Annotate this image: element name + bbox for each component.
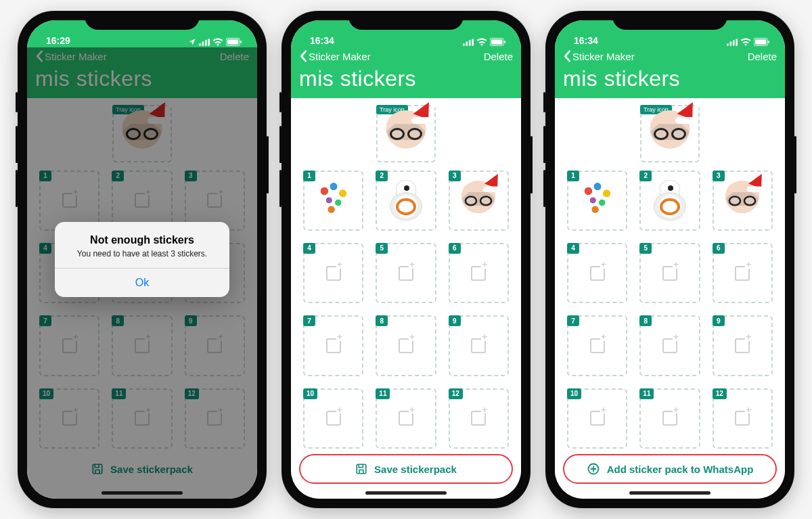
sticker-slot[interactable]: 5 bbox=[639, 243, 700, 303]
content-area: Tray icon 1 2 3 4 5 6 7 8 9 10 11 12 bbox=[555, 98, 785, 449]
sticker-slot[interactable]: 1 bbox=[567, 171, 627, 231]
add-icon bbox=[662, 266, 677, 281]
slot-number: 1 bbox=[303, 171, 315, 181]
status-icons bbox=[727, 38, 770, 46]
slot-number: 7 bbox=[303, 315, 315, 326]
alert-dialog: Not enough stickers You need to have at … bbox=[55, 222, 229, 297]
back-button[interactable]: Sticker Maker bbox=[299, 50, 371, 62]
svg-rect-10 bbox=[469, 39, 471, 45]
status-bar: 16:34 bbox=[291, 20, 521, 47]
status-time: 16:34 bbox=[310, 35, 334, 46]
sticker-slot[interactable]: 9 bbox=[449, 315, 509, 376]
sticker-slot[interactable]: 11 bbox=[376, 388, 436, 449]
slot-number: 11 bbox=[639, 388, 654, 399]
svg-rect-17 bbox=[729, 41, 731, 45]
svg-rect-22 bbox=[768, 41, 769, 43]
slot-number: 5 bbox=[639, 243, 652, 254]
slot-number: 4 bbox=[303, 243, 315, 254]
sticker-slot[interactable]: 7 bbox=[567, 315, 627, 376]
alert-message: You need to have at least 3 stickers. bbox=[66, 249, 219, 258]
add-icon bbox=[735, 411, 750, 426]
sticker-slot[interactable]: 8 bbox=[639, 315, 700, 376]
add-icon bbox=[326, 411, 341, 426]
battery-icon bbox=[754, 38, 770, 46]
sticker-slot[interactable]: 6 bbox=[713, 243, 773, 303]
sticker-slot[interactable]: 10 bbox=[567, 388, 627, 449]
memoji-sticker bbox=[459, 181, 498, 220]
add-icon bbox=[326, 266, 341, 281]
slot-number: 7 bbox=[567, 315, 579, 326]
slot-number: 5 bbox=[376, 243, 388, 254]
sticker-slot[interactable]: 11 bbox=[639, 388, 700, 449]
slot-number: 10 bbox=[567, 388, 581, 399]
status-time: 16:34 bbox=[574, 35, 598, 46]
sticker-slot[interactable]: 6 bbox=[449, 243, 509, 303]
back-button[interactable]: Sticker Maker bbox=[563, 50, 635, 62]
slot-number: 10 bbox=[303, 388, 317, 399]
slot-number: 2 bbox=[376, 171, 388, 181]
home-indicator[interactable] bbox=[629, 491, 710, 495]
svg-rect-13 bbox=[491, 39, 503, 44]
add-icon bbox=[662, 411, 677, 426]
wifi-icon bbox=[476, 38, 487, 46]
sticker-slot[interactable]: 9 bbox=[713, 315, 773, 376]
phone-frame: 16:34 Sticker Maker Delete mis stickers … bbox=[281, 11, 531, 508]
sticker-slot[interactable]: 7 bbox=[303, 315, 363, 376]
sticker-slot[interactable]: 1 bbox=[303, 171, 363, 231]
sticker-slot[interactable]: 8 bbox=[376, 315, 436, 376]
screen: 16:29 Sticker Maker Delete mis stickers … bbox=[27, 20, 257, 499]
sticker-slot[interactable]: 12 bbox=[713, 388, 773, 449]
back-label: Sticker Maker bbox=[309, 51, 371, 62]
back-label: Sticker Maker bbox=[572, 51, 635, 62]
add-icon bbox=[399, 338, 413, 353]
slot-number: 1 bbox=[567, 171, 579, 181]
svg-rect-21 bbox=[755, 39, 767, 44]
delete-button[interactable]: Delete bbox=[484, 51, 513, 62]
sticker-slot[interactable]: 2 bbox=[376, 171, 436, 231]
add-icon bbox=[399, 411, 413, 426]
slot-number: 3 bbox=[449, 171, 461, 181]
slot-number: 4 bbox=[567, 243, 579, 254]
sticker-slot[interactable]: 12 bbox=[449, 388, 509, 449]
slot-number: 8 bbox=[639, 315, 652, 326]
slot-number: 8 bbox=[376, 315, 388, 326]
add-icon bbox=[471, 411, 486, 426]
slot-number: 2 bbox=[639, 171, 652, 181]
sticker-slot[interactable]: 2 bbox=[639, 171, 700, 231]
content-area: Tray icon 1 2 3 4 5 6 7 8 9 10 11 12 bbox=[291, 98, 521, 449]
action-label: Save stickerpack bbox=[374, 464, 457, 475]
sticker-grid: 1 2 3 4 5 6 7 8 9 10 11 12 bbox=[563, 171, 777, 449]
sticker-grid: 1 2 3 4 5 6 7 8 9 10 11 12 bbox=[299, 171, 513, 449]
tray-icon-slot[interactable]: Tray icon bbox=[376, 105, 436, 162]
home-indicator[interactable] bbox=[365, 491, 447, 495]
add-icon bbox=[735, 338, 750, 353]
sticker-slot[interactable]: 3 bbox=[713, 171, 773, 231]
slot-number: 9 bbox=[713, 315, 725, 326]
svg-rect-14 bbox=[504, 41, 505, 43]
chevron-left-icon bbox=[563, 50, 571, 62]
svg-rect-11 bbox=[472, 39, 474, 46]
signal-icon bbox=[727, 39, 738, 46]
save-stickerpack-button[interactable]: Save stickerpack bbox=[299, 454, 513, 484]
sticker-slot[interactable]: 5 bbox=[376, 243, 436, 303]
add-to-whatsapp-button[interactable]: Add sticker pack to WhatsApp bbox=[563, 454, 777, 484]
delete-button[interactable]: Delete bbox=[748, 51, 777, 62]
sticker-slot[interactable]: 3 bbox=[449, 171, 509, 231]
slot-number: 3 bbox=[713, 171, 725, 181]
balloons-sticker bbox=[311, 177, 357, 223]
alert-overlay: Not enough stickers You need to have at … bbox=[27, 20, 257, 499]
sticker-slot[interactable]: 10 bbox=[303, 388, 363, 449]
svg-rect-8 bbox=[463, 43, 465, 46]
svg-rect-19 bbox=[736, 39, 738, 46]
wifi-icon bbox=[740, 38, 751, 46]
phone-frame: 16:29 Sticker Maker Delete mis stickers … bbox=[18, 11, 267, 508]
slot-number: 12 bbox=[449, 388, 463, 399]
tray-icon-slot[interactable]: Tray icon bbox=[640, 105, 700, 162]
memoji-sticker bbox=[723, 181, 762, 220]
sticker-slot[interactable]: 4 bbox=[567, 243, 627, 303]
plus-circle-icon bbox=[587, 462, 600, 476]
add-icon bbox=[471, 338, 486, 353]
alert-ok-button[interactable]: Ok bbox=[55, 269, 229, 297]
app-header: Sticker Maker Delete mis stickers bbox=[291, 47, 521, 98]
sticker-slot[interactable]: 4 bbox=[303, 243, 363, 303]
